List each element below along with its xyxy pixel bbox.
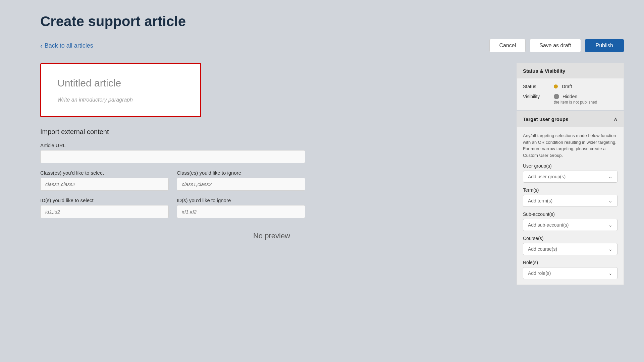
roles-label: Role(s)	[523, 260, 618, 265]
terms-chevron-icon: ⌄	[608, 198, 612, 203]
visibility-subtext: the item is not published	[554, 100, 597, 105]
right-sidebar: Status & Visibility Status Draft Visibil…	[517, 63, 624, 349]
classes-ignore-field-group: Class(es) you'd like to ignore	[177, 170, 305, 191]
courses-label: Course(s)	[523, 236, 618, 241]
classes-ignore-label: Class(es) you'd like to ignore	[177, 170, 305, 176]
article-url-label: Article URL	[40, 142, 503, 148]
visibility-value-text: Hidden	[562, 94, 577, 99]
status-visibility-section: Status & Visibility Status Draft Visibil…	[517, 63, 624, 110]
action-buttons: Cancel Save as draft Publish	[489, 39, 624, 52]
courses-chevron-icon: ⌄	[608, 246, 612, 252]
draft-status-dot	[554, 84, 558, 88]
target-groups-section: Target user groups ∧ Any/all targeting s…	[517, 111, 624, 285]
classes-select-label: Class(es) you'd like to select	[40, 170, 169, 176]
courses-field-group: Course(s) Add course(s) ⌄	[523, 236, 618, 255]
ids-ignore-input[interactable]	[177, 205, 305, 218]
target-groups-description: Any/all targeting selections made below …	[523, 132, 618, 159]
ids-select-field-group: ID(s) you'd like to select	[40, 197, 169, 218]
ids-row: ID(s) you'd like to select ID(s) you'd l…	[40, 197, 305, 218]
roles-chevron-icon: ⌄	[608, 270, 612, 276]
user-groups-dropdown[interactable]: Add user group(s) ⌄	[523, 171, 618, 183]
visibility-value-row: Hidden	[554, 94, 597, 99]
article-intro-placeholder: Write an introductory paragraph	[57, 97, 184, 103]
terms-label: Term(s)	[523, 187, 618, 193]
status-visibility-header: Status & Visibility	[517, 63, 624, 78]
subaccount-dropdown[interactable]: Add sub-account(s) ⌄	[523, 219, 618, 231]
article-url-input[interactable]	[40, 150, 305, 163]
left-panel: Untitled article Write an introductory p…	[40, 63, 503, 349]
chevron-left-icon: ‹	[40, 42, 43, 50]
cancel-button[interactable]: Cancel	[489, 39, 526, 52]
status-label: Status	[523, 84, 550, 89]
subaccount-field-group: Sub-account(s) Add sub-account(s) ⌄	[523, 212, 618, 231]
save-draft-button[interactable]: Save as draft	[530, 39, 581, 52]
ids-ignore-label: ID(s) you'd like to ignore	[177, 197, 305, 203]
visibility-label: Visibility	[523, 94, 550, 99]
user-groups-placeholder: Add user group(s)	[528, 174, 566, 179]
target-groups-body: Any/all targeting selections made below …	[517, 127, 624, 285]
ids-select-input[interactable]	[40, 205, 169, 218]
ids-select-label: ID(s) you'd like to select	[40, 197, 169, 203]
subaccount-placeholder: Add sub-account(s)	[528, 222, 569, 228]
user-groups-field-group: User group(s) Add user group(s) ⌄	[523, 163, 618, 183]
import-heading: Import external content	[40, 128, 503, 136]
main-content: Untitled article Write an introductory p…	[40, 63, 624, 349]
ids-ignore-field-group: ID(s) you'd like to ignore	[177, 197, 305, 218]
visibility-info: Hidden the item is not published	[554, 94, 597, 105]
article-title-placeholder: Untitled article	[57, 77, 184, 89]
status-visibility-body: Status Draft Visibility Hidden the item …	[517, 78, 624, 110]
terms-dropdown[interactable]: Add term(s) ⌄	[523, 195, 618, 207]
hidden-icon	[554, 94, 559, 99]
status-visibility-title: Status & Visibility	[523, 68, 565, 74]
no-preview-label: No preview	[40, 232, 503, 240]
visibility-row: Visibility Hidden the item is not publis…	[523, 94, 618, 105]
publish-button[interactable]: Publish	[585, 39, 624, 52]
status-value: Draft	[562, 84, 572, 89]
classes-select-field-group: Class(es) you'd like to select	[40, 170, 169, 191]
courses-dropdown[interactable]: Add course(s) ⌄	[523, 243, 618, 255]
chevron-up-icon: ∧	[613, 116, 618, 122]
page-title: Create support article	[40, 13, 624, 29]
user-groups-chevron-icon: ⌄	[608, 174, 612, 179]
courses-placeholder: Add course(s)	[528, 246, 557, 252]
article-url-field-group: Article URL	[40, 142, 503, 163]
article-preview-box[interactable]: Untitled article Write an introductory p…	[40, 63, 201, 117]
top-bar: ‹ Back to all articles Cancel Save as dr…	[40, 39, 624, 52]
roles-dropdown[interactable]: Add role(s) ⌄	[523, 267, 618, 279]
back-link-label: Back to all articles	[45, 42, 93, 49]
classes-select-input[interactable]	[40, 178, 169, 191]
terms-placeholder: Add term(s)	[528, 198, 552, 203]
import-section: Import external content Article URL Clas…	[40, 128, 503, 240]
user-groups-label: User group(s)	[523, 163, 618, 169]
back-link[interactable]: ‹ Back to all articles	[40, 42, 93, 50]
terms-field-group: Term(s) Add term(s) ⌄	[523, 187, 618, 207]
target-groups-header[interactable]: Target user groups ∧	[517, 111, 624, 127]
subaccount-chevron-icon: ⌄	[608, 222, 612, 228]
roles-placeholder: Add role(s)	[528, 270, 551, 276]
classes-row: Class(es) you'd like to select Class(es)…	[40, 170, 305, 191]
status-row: Status Draft	[523, 84, 618, 89]
subaccount-label: Sub-account(s)	[523, 212, 618, 217]
classes-ignore-input[interactable]	[177, 178, 305, 191]
target-groups-title: Target user groups	[523, 116, 569, 122]
roles-field-group: Role(s) Add role(s) ⌄	[523, 260, 618, 279]
